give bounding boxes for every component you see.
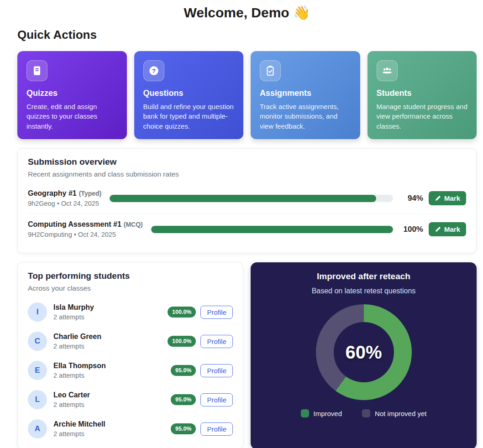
quick-action-title: Questions xyxy=(143,89,235,98)
quick-action-card-assignments[interactable]: Assignments Track active assignments, mo… xyxy=(251,51,360,139)
assignment-type: (MCQ) xyxy=(124,221,143,228)
pencil-icon xyxy=(435,226,441,233)
avatar: C xyxy=(28,332,47,351)
quick-action-card-students[interactable]: Students Manage student progress and vie… xyxy=(368,51,477,139)
assignment-name: Geography #1 xyxy=(28,189,77,197)
top-students-title: Top performing students xyxy=(28,271,233,281)
profile-button[interactable]: Profile xyxy=(200,335,233,348)
mark-button-label: Mark xyxy=(444,225,460,233)
submission-row: Computing Assessment #1(MCQ) 9H2Computin… xyxy=(28,214,466,245)
quick-actions-heading: Quick Actions xyxy=(17,28,477,42)
pencil-icon xyxy=(435,195,441,202)
avatar: A xyxy=(28,419,47,438)
student-row: C Charlie Green 2 attempts 100.0% Profil… xyxy=(28,332,233,351)
reteach-title: Improved after reteach xyxy=(260,271,467,281)
reteach-card: Improved after reteach Based on latest r… xyxy=(251,262,477,448)
mark-button-label: Mark xyxy=(444,194,460,202)
student-row: I Isla Murphy 2 attempts 100.0% Profile xyxy=(28,302,233,322)
assignment-meta: 9H2Computing • Oct 24, 2025 xyxy=(28,231,143,238)
profile-button[interactable]: Profile xyxy=(200,306,233,319)
reteach-center-label: 60% xyxy=(316,304,412,400)
submission-progress-bar xyxy=(110,195,393,202)
score-badge: 95.0% xyxy=(171,394,196,405)
student-attempts: 2 attempts xyxy=(53,401,90,408)
legend-item-improved: Improved xyxy=(301,409,342,417)
bottom-section: Top performing students Across your clas… xyxy=(17,262,477,448)
submission-overview-card: Submission overview Recent assignments a… xyxy=(17,148,477,253)
assignment-type: (Typed) xyxy=(79,190,102,197)
submission-percent: 100% xyxy=(401,225,423,234)
assignment-info: Computing Assessment #1(MCQ) 9H2Computin… xyxy=(28,220,143,238)
student-attempts: 2 attempts xyxy=(53,430,105,438)
legend-item-not-improved: Not improved yet xyxy=(362,409,426,417)
clipboard-check-icon xyxy=(260,60,281,81)
legend-swatch-improved xyxy=(301,409,309,417)
score-badge: 100.0% xyxy=(168,307,196,318)
avatar: L xyxy=(28,390,47,409)
quick-action-description: Manage student progress and view perform… xyxy=(377,102,468,131)
profile-button[interactable]: Profile xyxy=(200,364,233,377)
wave-emoji: 👋 xyxy=(293,5,310,20)
reteach-legend: Improved Not improved yet xyxy=(260,409,467,417)
assignment-name: Computing Assessment #1 xyxy=(28,220,121,228)
avatar: I xyxy=(28,302,47,322)
legend-label: Improved xyxy=(314,410,342,417)
submission-progress-fill xyxy=(110,195,376,202)
quick-action-title: Assignments xyxy=(260,89,351,98)
score-badge: 95.0% xyxy=(171,365,196,376)
quick-action-card-quizzes[interactable]: Quizzes Create, edit and assign quizzes … xyxy=(17,51,127,139)
score-badge: 95.0% xyxy=(171,423,196,434)
legend-swatch-not-improved xyxy=(362,409,370,417)
student-name: Isla Murphy xyxy=(53,303,94,312)
avatar: E xyxy=(28,361,47,380)
submission-row: Geography #1(Typed) 9h2Geog • Oct 24, 20… xyxy=(28,183,466,214)
quick-action-card-questions[interactable]: ? Questions Build and refine your questi… xyxy=(134,51,244,139)
legend-label: Not improved yet xyxy=(375,410,426,417)
student-attempts: 2 attempts xyxy=(53,372,106,379)
submission-overview-subtitle: Recent assignments and class submission … xyxy=(28,170,466,178)
mark-button[interactable]: Mark xyxy=(429,191,466,205)
quick-action-description: Build and refine your question bank for … xyxy=(143,102,235,131)
student-name: Leo Carter xyxy=(53,391,90,399)
quick-action-title: Students xyxy=(377,89,468,98)
quick-action-title: Quizzes xyxy=(26,89,118,98)
student-row: E Ella Thompson 2 attempts 95.0% Profile xyxy=(28,361,233,380)
assignment-info: Geography #1(Typed) 9h2Geog • Oct 24, 20… xyxy=(28,189,101,207)
svg-text:?: ? xyxy=(152,68,155,74)
book-icon xyxy=(26,60,47,81)
quick-action-description: Track active assignments, monitor submis… xyxy=(260,102,351,131)
reteach-subtitle: Based on latest retest questions xyxy=(260,287,467,295)
top-students-subtitle: Across your classes xyxy=(28,284,233,292)
submission-progress-fill xyxy=(151,226,393,233)
question-circle-icon: ? xyxy=(143,60,164,81)
quick-actions-grid: Quizzes Create, edit and assign quizzes … xyxy=(17,51,477,139)
student-row: A Archie Mitchell 2 attempts 95.0% Profi… xyxy=(28,419,233,438)
student-row: L Leo Carter 2 attempts 95.0% Profile xyxy=(28,390,233,409)
profile-button[interactable]: Profile xyxy=(200,393,233,406)
student-attempts: 2 attempts xyxy=(53,343,101,350)
student-name: Ella Thompson xyxy=(53,362,106,370)
submission-progress-bar xyxy=(151,226,393,233)
student-name: Archie Mitchell xyxy=(53,420,105,428)
people-icon xyxy=(377,60,398,81)
page-title: Welcome, Demo 👋 xyxy=(17,5,477,21)
assignment-meta: 9h2Geog • Oct 24, 2025 xyxy=(28,200,101,207)
student-attempts: 2 attempts xyxy=(53,313,94,321)
profile-button[interactable]: Profile xyxy=(200,422,233,436)
quick-action-description: Create, edit and assign quizzes to your … xyxy=(26,102,118,131)
dashboard-page: Welcome, Demo 👋 Quick Actions Quizzes Cr… xyxy=(0,0,483,448)
student-name: Charlie Green xyxy=(53,333,101,341)
score-badge: 100.0% xyxy=(168,336,196,347)
reteach-donut-chart: 60% xyxy=(316,304,412,400)
mark-button[interactable]: Mark xyxy=(429,222,466,236)
welcome-text: Welcome, Demo xyxy=(184,5,289,20)
submission-overview-title: Submission overview xyxy=(28,157,466,167)
top-students-card: Top performing students Across your clas… xyxy=(17,262,243,448)
submission-percent: 94% xyxy=(401,194,423,203)
